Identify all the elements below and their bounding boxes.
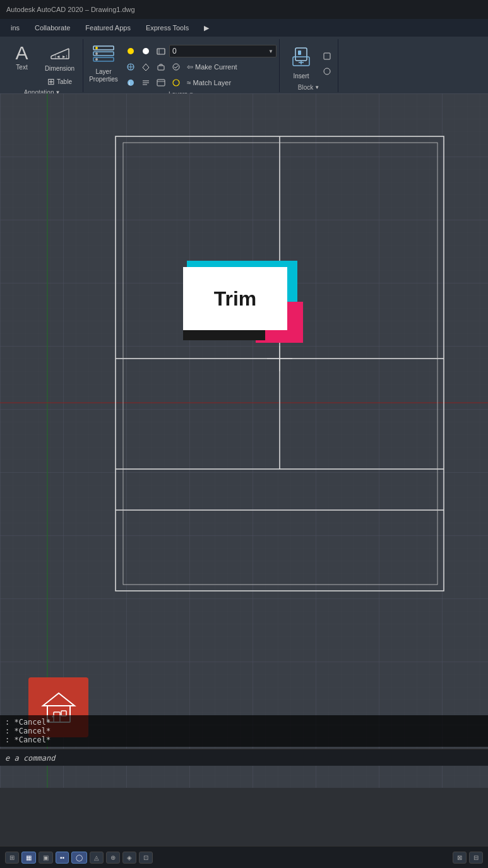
layer-name: 0 xyxy=(172,47,177,56)
block-label: Block xyxy=(298,84,313,91)
layer-icon1[interactable] xyxy=(124,60,138,74)
tab-ins[interactable]: ins xyxy=(3,19,27,37)
status-btn-6[interactable]: ⊕ xyxy=(106,852,120,864)
insert-button[interactable]: Insert xyxy=(283,44,319,81)
svg-point-31 xyxy=(324,68,330,74)
viewport-btn[interactable]: ⊠ xyxy=(453,852,467,864)
status-btn-7[interactable]: ◈ xyxy=(122,852,136,864)
layer-icon7[interactable] xyxy=(154,76,168,90)
make-current-icon: ⇦ xyxy=(187,62,193,71)
svg-rect-26 xyxy=(298,51,301,55)
layer-properties-label: LayerProperties xyxy=(89,68,118,83)
status-btn-2[interactable]: ▣ xyxy=(39,852,53,864)
status-btn-3[interactable]: ▪▪ xyxy=(56,852,69,864)
annotation-group: A Text |◄ ►| Dimension xyxy=(1,39,83,92)
layer-properties-button[interactable]: LayerProperties xyxy=(86,42,121,85)
insert-label: Insert xyxy=(293,73,309,80)
ribbon-content: A Text |◄ ►| Dimension xyxy=(0,37,488,93)
layer-icon4[interactable] xyxy=(169,60,183,74)
command-input-bar[interactable]: e a command xyxy=(0,749,488,766)
svg-point-11 xyxy=(128,48,134,54)
svg-point-24 xyxy=(173,80,179,86)
make-current-label: Make Current xyxy=(195,63,237,71)
match-layer-icon: ≈ xyxy=(187,78,191,87)
dimension-label: Dimension xyxy=(45,65,74,72)
command-input-text: e a command xyxy=(5,754,55,763)
command-line-1: : *Cancel* xyxy=(5,718,483,727)
svg-point-19 xyxy=(173,64,179,70)
status-btn-5[interactable]: ◬ xyxy=(90,852,104,864)
layer-icon3[interactable] xyxy=(154,60,168,74)
tab-arrow[interactable]: ▶ xyxy=(196,19,217,37)
svg-rect-30 xyxy=(324,53,330,59)
command-line-3: : *Cancel* xyxy=(5,735,483,744)
text-button[interactable]: A Text xyxy=(6,42,39,73)
text-label: Text xyxy=(16,64,27,71)
title-bar: Autodesk AutoCAD 2020 – Drawing1.dwg xyxy=(0,0,488,19)
tab-collaborate[interactable]: Collaborate xyxy=(27,19,78,37)
annotation-content: A Text |◄ ►| Dimension xyxy=(6,39,79,88)
table-icon: ⊞ xyxy=(47,76,55,86)
status-btn-8[interactable]: ⊡ xyxy=(139,852,153,864)
svg-point-8 xyxy=(95,47,98,49)
status-bar: ⊞ ▦ ▣ ▪▪ ◯ ◬ ⊕ ◈ ⊡ ⊠ ⊟ xyxy=(0,846,488,868)
status-btn-0[interactable]: ⊞ xyxy=(5,852,19,864)
trim-tooltip: Trim xyxy=(183,261,303,343)
table-label: Table xyxy=(57,78,72,85)
color-btn2[interactable] xyxy=(139,44,153,58)
layer-properties-icon xyxy=(92,44,116,67)
layer-dropdown-arrow: ▼ xyxy=(268,49,273,54)
block-group: Insert Block ▼ xyxy=(280,39,338,92)
status-btn-4[interactable]: ◯ xyxy=(71,852,87,864)
svg-point-10 xyxy=(95,58,98,61)
block-content: Insert xyxy=(283,39,334,83)
block-footer[interactable]: Block ▼ xyxy=(295,83,322,92)
block-icon1[interactable] xyxy=(320,49,334,63)
svg-text:i: i xyxy=(129,80,130,86)
svg-rect-13 xyxy=(157,49,165,54)
match-layer-button[interactable]: ≈ Match Layer xyxy=(184,78,234,88)
color-btn1[interactable] xyxy=(124,44,138,58)
title-bar-text: Autodesk AutoCAD 2020 – Drawing1.dwg xyxy=(6,6,135,13)
svg-point-9 xyxy=(95,52,98,55)
block-chevron: ▼ xyxy=(314,85,319,90)
table-row-btn: ⊞ Table xyxy=(45,75,74,88)
trim-label: Trim xyxy=(214,287,257,311)
match-layer-label: Match Layer xyxy=(193,79,232,86)
make-current-button[interactable]: ⇦ Make Current xyxy=(184,62,240,72)
annotation-scale-btn[interactable]: ⊟ xyxy=(469,852,483,864)
table-button[interactable]: ⊞ Table xyxy=(45,75,74,88)
layer-icon5[interactable]: i xyxy=(124,76,138,90)
canvas-area[interactable]: Trim : *Cancel* : *Cancel* : *Cancel* e … xyxy=(0,93,488,788)
status-btn-1[interactable]: ▦ xyxy=(21,852,36,864)
dimension-icon: |◄ ►| xyxy=(49,44,71,64)
ribbon-tabs: ins Collaborate Featured Apps Express To… xyxy=(0,19,488,37)
block-icon2[interactable] xyxy=(320,64,334,78)
command-line-2: : *Cancel* xyxy=(5,727,483,735)
layer-icon6[interactable] xyxy=(139,76,153,90)
text-icon: A xyxy=(15,44,28,62)
tab-express-tools[interactable]: Express Tools xyxy=(138,19,196,37)
svg-rect-22 xyxy=(157,80,165,86)
tab-featured-apps[interactable]: Featured Apps xyxy=(78,19,138,37)
layer-icon8[interactable] xyxy=(169,76,183,90)
command-bar: : *Cancel* : *Cancel* : *Cancel* xyxy=(0,715,488,747)
trim-white-box: Trim xyxy=(183,267,287,330)
layer-dropdown[interactable]: 0 ▼ xyxy=(169,45,277,57)
svg-text:|◄ ►|: |◄ ►| xyxy=(55,54,68,59)
svg-rect-18 xyxy=(158,66,164,70)
dimension-button[interactable]: |◄ ►| Dimension xyxy=(41,42,79,74)
layer-state-btn[interactable] xyxy=(154,44,168,58)
svg-point-12 xyxy=(143,48,149,54)
layer-icon2[interactable] xyxy=(139,60,153,74)
insert-icon xyxy=(289,45,313,71)
